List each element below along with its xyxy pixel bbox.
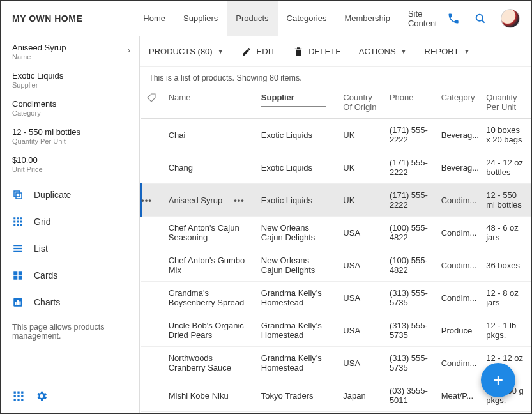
row-menu-icon[interactable]: ••• [141, 195, 158, 205]
svg-rect-27 [14, 395, 16, 397]
view-label: Grid [34, 217, 50, 227]
col-supplier[interactable]: Supplier [256, 88, 338, 119]
svg-rect-16 [13, 271, 17, 275]
cell: (171) 555-2222 [384, 151, 436, 184]
detail-value: Aniseed Syrup [12, 43, 128, 52]
cell: (171) 555-2222 [384, 119, 436, 151]
detail-value: Condiments [12, 99, 128, 109]
row-menu-icon[interactable]: ••• [234, 195, 251, 205]
select-all[interactable] [141, 88, 163, 119]
view-grid[interactable]: Grid [1, 208, 139, 235]
col-quantity-per-unit[interactable]: Quantity Per Unit [481, 88, 531, 119]
search-icon[interactable] [474, 12, 487, 25]
phone-icon[interactable] [447, 12, 460, 25]
cell: 36 boxes [481, 249, 531, 282]
cell: New Orleans Cajun Delights [256, 249, 338, 282]
apps-icon[interactable] [12, 390, 25, 404]
cell: USA [338, 217, 384, 249]
col-category[interactable]: Category [436, 88, 481, 119]
cell: Seafood [436, 412, 481, 414]
gear-icon[interactable] [35, 390, 48, 404]
nav-categories[interactable]: Categories [278, 1, 336, 36]
cell: Grandma Kelly's Homestead [256, 347, 338, 379]
list-subtitle: This is a list of products. Showing 80 i… [140, 67, 531, 88]
cell: UK [338, 119, 384, 151]
delete-button[interactable]: DELETE [293, 47, 341, 57]
app-brand[interactable]: MY OWN HOME [1, 13, 134, 24]
col-country-of-origin[interactable]: Country Of Origin [338, 88, 384, 119]
products-count-dropdown[interactable]: PRODUCTS (80) ▼ [149, 47, 224, 56]
cell: Condim... [436, 184, 481, 217]
avatar[interactable] [501, 9, 520, 28]
table-row[interactable]: Mishi Kobe NikuTokyo TradersJapan(03) 35… [141, 379, 532, 412]
svg-rect-30 [14, 399, 16, 401]
table-row[interactable]: Uncle Bob's Organic Dried PearsGrandma K… [141, 314, 532, 347]
svg-rect-4 [13, 217, 15, 219]
report-dropdown[interactable]: REPORT ▼ [425, 47, 470, 56]
cell: 12 - 550 ml bottles [481, 184, 531, 217]
table-row[interactable]: ChaiExotic LiquidsUK(171) 555-2222Bevera… [141, 119, 532, 151]
cell: Tokyo Traders [256, 412, 338, 414]
cards-icon [12, 270, 24, 281]
col-name[interactable]: Name [163, 88, 256, 119]
svg-rect-18 [13, 276, 17, 280]
detail-supplier[interactable]: Exotic LiquidsSupplier [1, 65, 139, 93]
detail-unit-price[interactable]: $10.00Unit Price [1, 149, 139, 177]
add-fab[interactable]: + [481, 363, 515, 397]
cell: (100) 555-4822 [384, 217, 436, 249]
cell: USA [338, 347, 384, 379]
table-row[interactable]: Chef Anton's Cajun SeasoningNew Orleans … [141, 217, 532, 249]
view-label: Cards [34, 270, 57, 280]
sidebar-description: This page allows products management. [1, 316, 139, 347]
detail-name[interactable]: Aniseed SyrupName› [1, 36, 139, 65]
cell: UK [338, 184, 384, 217]
nav-site-content[interactable]: Site Content [399, 1, 447, 36]
nav-products[interactable]: Products [227, 1, 277, 36]
svg-rect-22 [17, 300, 19, 305]
edit-button[interactable]: EDIT [241, 47, 276, 57]
view-list[interactable]: List [1, 235, 139, 262]
nav-suppliers[interactable]: Suppliers [174, 1, 227, 36]
detail-category[interactable]: CondimentsCategory [1, 93, 139, 121]
view-cards[interactable]: Cards [1, 262, 139, 289]
nav-membership[interactable]: Membership [335, 1, 399, 36]
svg-rect-24 [14, 392, 16, 394]
view-charts[interactable]: Charts [1, 289, 139, 316]
cell: Chang [163, 151, 256, 184]
view-duplicate[interactable]: Duplicate [1, 181, 139, 208]
cell: Grandma Kelly's Homestead [256, 282, 338, 314]
cell [141, 347, 163, 379]
svg-rect-2 [16, 193, 22, 199]
table-row[interactable]: Chef Anton's Gumbo MixNew Orleans Cajun … [141, 249, 532, 282]
list-icon [12, 243, 24, 254]
cell: Beverag... [436, 119, 481, 151]
svg-rect-23 [19, 302, 20, 305]
cell: Northwoods Cranberry Sauce [163, 347, 256, 379]
duplicate-icon [12, 189, 24, 201]
table-row[interactable]: IkuraTokyo TradersJapan(03) 3555-5011Sea… [141, 412, 532, 414]
cell: USA [338, 249, 384, 282]
cell [141, 249, 163, 282]
cell: Chai [163, 119, 256, 151]
cell: Condim... [436, 217, 481, 249]
table-row[interactable]: •••Aniseed Syrup•••Exotic LiquidsUK(171)… [141, 184, 532, 217]
detail-label: Supplier [12, 81, 128, 89]
cell: Meat/P... [436, 379, 481, 412]
actions-dropdown[interactable]: ACTIONS ▼ [359, 47, 407, 56]
cell: 12 - 200 ml jars [481, 412, 531, 414]
col-phone[interactable]: Phone [384, 88, 436, 119]
table-row[interactable]: Grandma's Boysenberry SpreadGrandma Kell… [141, 282, 532, 314]
cell: 12 - 1 lb pkgs. [481, 314, 531, 347]
cell: 24 - 12 oz bottles [481, 151, 531, 184]
cell: (03) 3555-5011 [384, 412, 436, 414]
nav-home[interactable]: Home [134, 1, 174, 36]
cell [141, 412, 163, 414]
cell: (313) 555-5735 [384, 347, 436, 379]
detail-label: Category [12, 109, 128, 117]
svg-rect-29 [21, 395, 23, 397]
table-row[interactable]: Northwoods Cranberry SauceGrandma Kelly'… [141, 347, 532, 379]
svg-rect-7 [13, 221, 15, 223]
detail-quantity-per-unit[interactable]: 12 - 550 ml bottlesQuantity Per Unit [1, 121, 139, 149]
table-row[interactable]: ChangExotic LiquidsUK(171) 555-2222Bever… [141, 151, 532, 184]
detail-label: Unit Price [12, 165, 128, 173]
